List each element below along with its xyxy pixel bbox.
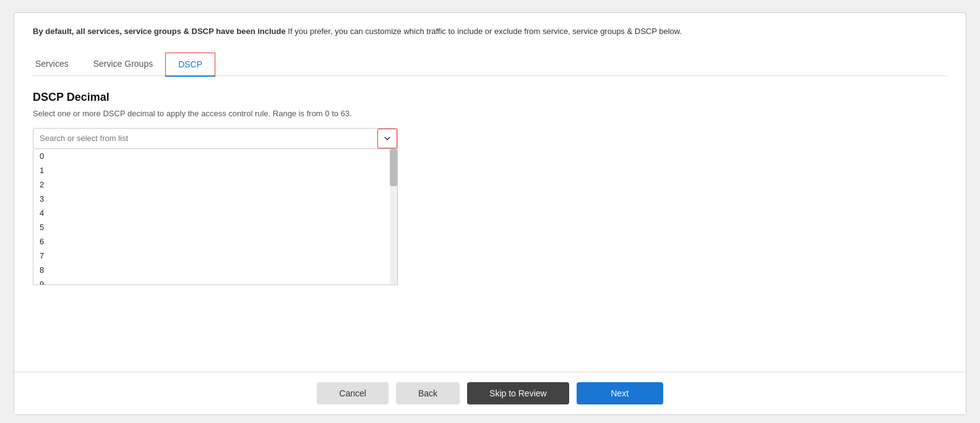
tab-bar: Services Service Groups DSCP — [33, 53, 947, 76]
list-item[interactable]: 1 — [33, 163, 397, 177]
search-input[interactable] — [33, 129, 377, 148]
dropdown-list-inner: 0 1 2 3 4 5 6 7 8 9 10 11 12 13 — [33, 149, 397, 285]
back-button[interactable]: Back — [396, 382, 460, 404]
info-banner: By default, all services, service groups… — [33, 25, 947, 38]
list-item[interactable]: 9 — [33, 277, 397, 285]
chevron-down-icon — [384, 137, 390, 140]
dropdown-list[interactable]: 0 1 2 3 4 5 6 7 8 9 10 11 12 13 — [33, 149, 398, 285]
list-item[interactable]: 4 — [33, 206, 397, 220]
scrollbar-thumb[interactable] — [390, 149, 397, 186]
section-description: Select one or more DSCP decimal to apply… — [33, 109, 947, 118]
dropdown-toggle-button[interactable] — [377, 129, 397, 148]
skip-to-review-button[interactable]: Skip to Review — [467, 382, 569, 404]
banner-bold: By default, all services, service groups… — [33, 27, 286, 36]
tab-service-groups[interactable]: Service Groups — [81, 53, 165, 76]
section-title: DSCP Decimal — [33, 91, 947, 104]
list-item[interactable]: 6 — [33, 234, 397, 249]
tab-dscp[interactable]: DSCP — [165, 53, 215, 77]
list-item[interactable]: 8 — [33, 263, 397, 277]
list-item[interactable]: 3 — [33, 192, 397, 206]
list-item[interactable]: 0 — [33, 149, 397, 163]
banner-rest: If you prefer, you can customize which t… — [286, 27, 682, 36]
next-button[interactable]: Next — [577, 382, 663, 404]
dscp-section: DSCP Decimal Select one or more DSCP dec… — [33, 91, 947, 285]
footer: Cancel Back Skip to Review Next — [14, 372, 966, 414]
content-area: By default, all services, service groups… — [14, 13, 966, 372]
list-item[interactable]: 7 — [33, 249, 397, 263]
main-panel: By default, all services, service groups… — [14, 12, 966, 415]
cancel-button[interactable]: Cancel — [317, 382, 389, 404]
list-item[interactable]: 2 — [33, 177, 397, 192]
tab-services[interactable]: Services — [33, 53, 81, 76]
list-item[interactable]: 5 — [33, 220, 397, 234]
search-bar — [33, 128, 398, 149]
scrollbar-track — [390, 149, 397, 284]
